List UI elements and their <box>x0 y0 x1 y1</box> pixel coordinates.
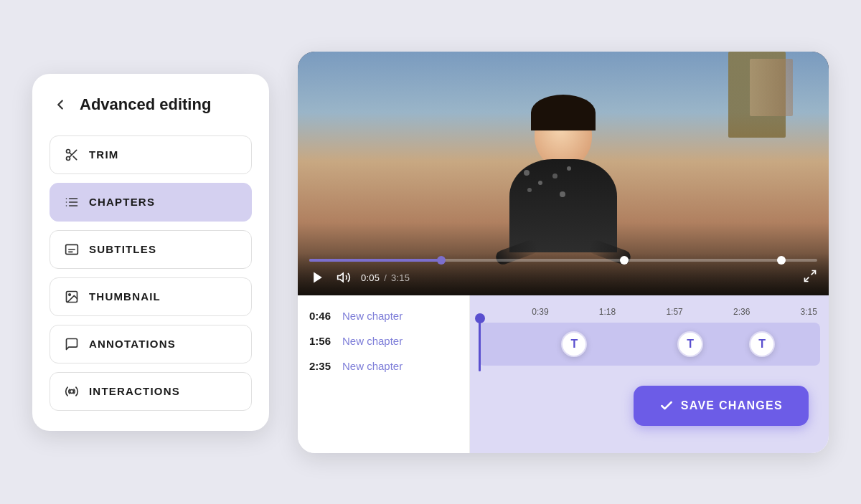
current-time: 0:05 <box>361 272 380 283</box>
menu-item-annotations[interactable]: ANNOTATIONS <box>50 325 252 363</box>
volume-button[interactable] <box>335 269 352 286</box>
playhead-circle <box>475 313 485 323</box>
ruler-mark-2: 1:18 <box>599 307 616 317</box>
back-button[interactable] <box>50 94 71 115</box>
svg-line-19 <box>811 270 816 275</box>
menu-item-interactions-label: INTERACTIONS <box>89 385 180 397</box>
play-button[interactable] <box>309 269 326 286</box>
progress-bar[interactable] <box>309 259 817 262</box>
timeline-chapter-marker-3[interactable]: T <box>749 331 775 357</box>
svg-marker-18 <box>338 273 344 282</box>
time-display: 0:05 / 3:15 <box>361 272 410 283</box>
menu-item-subtitles[interactable]: SUBTITLES <box>50 230 252 269</box>
timeline-area: 0:39 1:18 1:57 2:36 3:15 T T T <box>470 295 829 453</box>
menu-item-trim-label: TRIM <box>89 148 118 161</box>
fullscreen-button[interactable] <box>803 269 817 287</box>
annotations-icon <box>65 337 79 351</box>
save-button-area: SAVE CHANGES <box>479 374 820 440</box>
video-controls: 0:05 / 3:15 <box>298 253 829 295</box>
interactions-icon <box>65 384 79 399</box>
save-changes-label: SAVE CHANGES <box>681 399 783 412</box>
ruler-mark-5: 3:15 <box>801 307 817 317</box>
controls-row: 0:05 / 3:15 <box>309 269 817 287</box>
ruler-mark-4: 2:36 <box>733 307 750 317</box>
timeline-chapter-marker-1[interactable]: T <box>561 331 587 357</box>
chapters-icon <box>65 195 79 209</box>
menu-item-subtitles-label: SUBTITLES <box>89 243 156 255</box>
ruler-mark-1: 0:39 <box>532 307 548 317</box>
save-changes-button[interactable]: SAVE CHANGES <box>634 386 809 426</box>
chapter-name-1: New chapter <box>342 310 403 322</box>
chapter-marker-1[interactable] <box>620 256 629 265</box>
panel-title: Advanced editing <box>80 95 211 114</box>
chapter-entry-1[interactable]: 0:46 New chapter <box>309 310 458 322</box>
chapter-list: 0:46 New chapter 1:56 New chapter 2:35 N… <box>298 295 470 453</box>
svg-point-15 <box>69 293 71 295</box>
timeline-playhead[interactable] <box>479 317 481 371</box>
ruler-mark-3: 1:57 <box>666 307 682 317</box>
menu-item-annotations-label: ANNOTATIONS <box>89 338 176 350</box>
menu-item-thumbnail-label: THUMBNAIL <box>89 290 161 303</box>
svg-line-20 <box>805 277 809 281</box>
menu-item-trim[interactable]: TRIM <box>50 135 252 174</box>
total-time: 3:15 <box>391 272 410 283</box>
svg-marker-17 <box>314 272 322 283</box>
chapter-time-3: 2:35 <box>309 360 335 372</box>
svg-line-4 <box>70 152 72 154</box>
chapter-entry-3[interactable]: 2:35 New chapter <box>309 360 458 372</box>
progress-fill <box>309 259 441 262</box>
thumbnail-icon <box>65 290 79 304</box>
progress-playhead[interactable] <box>437 256 446 265</box>
svg-line-3 <box>73 156 77 160</box>
chapter-area: 0:46 New chapter 1:56 New chapter 2:35 N… <box>298 295 829 453</box>
chapter-marker-2[interactable] <box>777 256 786 265</box>
trim-icon <box>65 148 79 162</box>
timeline-chapter-marker-2[interactable]: T <box>677 331 703 357</box>
menu-item-thumbnail[interactable]: THUMBNAIL <box>50 277 252 316</box>
chapter-name-2: New chapter <box>342 335 403 347</box>
panel-header: Advanced editing <box>50 94 252 115</box>
chapter-time-1: 0:46 <box>309 310 335 322</box>
menu-item-chapters[interactable]: CHAPTERS <box>50 183 252 222</box>
chapter-time-2: 1:56 <box>309 335 335 347</box>
check-icon <box>659 399 674 413</box>
left-panel: Advanced editing TRIM CHAPTERS SUBTITLES <box>32 74 269 431</box>
menu-item-chapters-label: CHAPTERS <box>89 196 155 208</box>
video-area: 0:05 / 3:15 <box>298 52 829 295</box>
svg-point-16 <box>70 389 74 393</box>
chapter-name-3: New chapter <box>342 360 403 372</box>
menu-item-interactions[interactable]: INTERACTIONS <box>50 372 252 411</box>
timeline-ruler: 0:39 1:18 1:57 2:36 3:15 <box>479 307 820 317</box>
subtitles-icon <box>65 242 79 257</box>
right-panel: 0:05 / 3:15 0:46 New chapter 1:56 New ch… <box>298 52 829 453</box>
timeline-track[interactable]: T T T <box>479 323 820 366</box>
chapter-entry-2[interactable]: 1:56 New chapter <box>309 335 458 347</box>
